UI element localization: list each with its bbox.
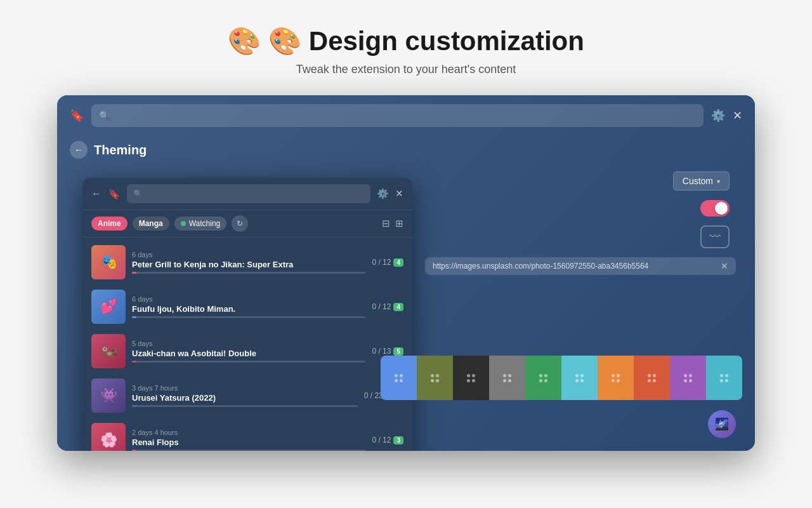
popup-bookmark-icon[interactable]: 🔖 <box>108 188 121 200</box>
theme-swatch-darkgreen[interactable] <box>417 356 453 400</box>
tab-watching[interactable]: Watching <box>174 217 227 231</box>
theme-dots <box>395 374 403 382</box>
anime-progress-bar <box>132 361 365 363</box>
search-icon: 🔍 <box>99 110 110 121</box>
theme-swatch-purple[interactable] <box>670 356 706 400</box>
anime-thumbnail: 🦦 <box>91 334 126 368</box>
anime-item[interactable]: 💕 6 days Fuufu Ijou, Koibito Miman. 0 / … <box>82 284 412 329</box>
theme-swatch-green[interactable] <box>525 356 561 400</box>
anime-item[interactable]: 🦦 5 days Uzaki-chan wa Asobitai! Double … <box>82 329 412 373</box>
tab-manga[interactable]: Manga <box>133 217 169 231</box>
grid-view-icon[interactable]: ⊞ <box>395 218 403 229</box>
filter-icon[interactable]: ⊟ <box>382 218 390 229</box>
close-icon[interactable]: ✕ <box>733 109 742 123</box>
url-text: https://images.unsplash.com/photo-156097… <box>433 262 716 271</box>
popup-gear-icon[interactable]: ⚙️ <box>377 188 389 199</box>
theme-swatch-teal[interactable] <box>706 356 742 400</box>
toggle-switch[interactable] <box>700 200 730 217</box>
anime-progress-bar <box>132 272 365 274</box>
progress-fill <box>132 316 136 318</box>
episode-badge: 4 <box>393 258 403 267</box>
anime-name: Urusei Yatsura (2022) <box>132 393 358 403</box>
anime-days: 3 days 7 hours <box>132 384 358 392</box>
theme-dots <box>684 374 692 382</box>
anime-thumbnail: 🌸 <box>91 423 126 451</box>
avatar-emoji: 🌌 <box>715 417 729 431</box>
bookmark-icon[interactable]: 🔖 <box>70 109 84 123</box>
popup-back-button[interactable]: ← <box>91 188 102 199</box>
filter-tabs: Anime Manga Watching ↻ ⊟ ⊞ <box>82 210 412 237</box>
anime-name: Renai Flops <box>132 438 365 447</box>
theme-swatch-dark[interactable] <box>453 356 489 400</box>
anime-name: Uzaki-chan wa Asobitai! Double <box>132 349 365 358</box>
anime-thumbnail: 🎭 <box>91 245 126 279</box>
theme-swatch-blue[interactable] <box>381 356 417 400</box>
progress-fill <box>132 450 136 451</box>
anime-info: 5 days Uzaki-chan wa Asobitai! Double <box>132 340 365 363</box>
url-input-area[interactable]: https://images.unsplash.com/photo-156097… <box>425 257 736 275</box>
palette-emoji: 🎨 <box>228 25 261 57</box>
url-clear-icon[interactable]: ✕ <box>721 261 728 271</box>
wave-area: 〰 <box>700 225 730 248</box>
anime-item[interactable]: 🌸 2 days 4 hours Renai Flops 0 / 12 3 <box>82 418 412 451</box>
page-title: 🎨 🎨 Design customization <box>228 25 584 57</box>
tab-anime[interactable]: Anime <box>91 217 128 231</box>
anime-progress-bar <box>132 450 365 451</box>
anime-meta: 0 / 12 4 <box>372 258 403 267</box>
anime-progress-bar <box>132 405 358 407</box>
filter-view-icons: ⊟ ⊞ <box>382 218 403 229</box>
theming-title: Theming <box>94 143 147 157</box>
anime-info: 6 days Peter Grill to Kenja no Jikan: Su… <box>132 251 365 274</box>
theme-swatch-gray[interactable] <box>489 356 525 400</box>
popup-window: ← 🔖 🔍 ⚙️ ✕ Anime Manga Watching ↻ ⊟ ⊞ <box>82 178 412 451</box>
watching-label: Watching <box>189 219 221 228</box>
ext-topbar: 🔖 🔍 ⚙️ ✕ <box>57 95 755 136</box>
custom-dropdown-button[interactable]: Custom ▾ <box>673 171 730 190</box>
user-avatar[interactable]: 🌌 <box>708 410 736 438</box>
watching-status-dot <box>181 221 186 226</box>
settings-icon[interactable]: ⚙️ <box>711 109 725 123</box>
episode-progress: 0 / 13 <box>372 347 391 356</box>
theme-dots <box>539 374 547 382</box>
title-text: 🎨 Design customization <box>268 25 584 57</box>
episode-progress: 0 / 12 <box>372 258 391 267</box>
anime-info: 6 days Fuufu Ijou, Koibito Miman. <box>132 295 365 318</box>
theme-swatch-red-orange[interactable] <box>634 356 670 400</box>
chevron-down-icon: ▾ <box>717 178 720 185</box>
custom-dropdown[interactable]: Custom ▾ <box>673 171 730 190</box>
theme-dots <box>648 374 656 382</box>
theme-swatch-orange[interactable] <box>598 356 634 400</box>
refresh-button[interactable]: ↻ <box>232 215 248 232</box>
wave-pattern-icon[interactable]: 〰 <box>700 225 730 248</box>
episode-badge: 5 <box>393 347 403 356</box>
anime-item[interactable]: 🎭 6 days Peter Grill to Kenja no Jikan: … <box>82 240 412 284</box>
anime-item[interactable]: 👾 3 days 7 hours Urusei Yatsura (2022) 0… <box>82 373 412 418</box>
anime-days: 2 days 4 hours <box>132 429 365 436</box>
anime-meta: 0 / 13 5 <box>372 347 403 356</box>
anime-list: 🎭 6 days Peter Grill to Kenja no Jikan: … <box>82 237 412 451</box>
anime-info: 3 days 7 hours Urusei Yatsura (2022) <box>132 384 358 407</box>
popup-search-bar[interactable]: 🔍 <box>127 184 370 203</box>
theme-swatch-cyan[interactable] <box>561 356 598 400</box>
anime-meta: 0 / 12 3 <box>372 436 403 444</box>
page-subtitle: Tweak the extension to your heart's cont… <box>228 63 584 76</box>
popup-close-icon[interactable]: ✕ <box>395 188 403 199</box>
main-search-bar[interactable]: 🔍 <box>91 104 704 127</box>
page-header: 🎨 🎨 Design customization Tweak the exten… <box>228 0 584 89</box>
popup-search-icon: 🔍 <box>133 189 143 198</box>
anime-days: 6 days <box>132 295 365 303</box>
progress-fill <box>132 405 136 407</box>
anime-days: 6 days <box>132 251 365 258</box>
episode-progress: 0 / 12 <box>372 302 391 311</box>
anime-thumbnail: 👾 <box>91 378 126 413</box>
color-themes-row <box>381 356 742 400</box>
anime-progress-bar <box>132 316 365 318</box>
theme-dots <box>467 374 475 382</box>
theme-dots <box>612 374 620 382</box>
theme-dots <box>575 374 584 382</box>
popup-topbar: ← 🔖 🔍 ⚙️ ✕ <box>82 178 412 210</box>
custom-label: Custom <box>683 176 713 186</box>
back-button[interactable]: ← <box>70 141 88 159</box>
ext-window: 🔖 🔍 ⚙️ ✕ ← Theming ← 🔖 🔍 ⚙️ ✕ Anime Mang… <box>57 95 755 451</box>
anime-meta: 0 / 12 4 <box>372 302 403 311</box>
